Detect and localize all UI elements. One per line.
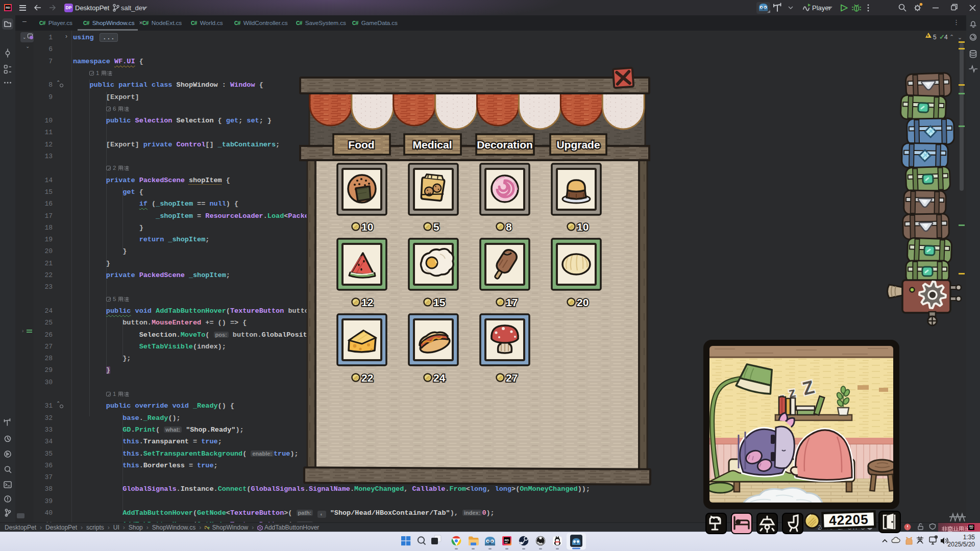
svg-text:Food: Food [348, 139, 374, 151]
svg-text:42205: 42205 [829, 512, 869, 529]
svg-text:17: 17 [506, 296, 518, 308]
svg-text:Upgrade: Upgrade [556, 139, 600, 151]
svg-text:Decoration: Decoration [477, 139, 533, 151]
svg-text:15: 15 [433, 296, 446, 308]
svg-text:8: 8 [506, 221, 512, 233]
svg-text:10: 10 [577, 221, 589, 233]
svg-text:20: 20 [577, 296, 589, 308]
svg-text:27: 27 [506, 372, 518, 384]
svg-text:12: 12 [361, 296, 373, 308]
svg-text:5: 5 [433, 221, 439, 233]
svg-text:24: 24 [433, 372, 446, 384]
svg-text:10: 10 [361, 221, 373, 233]
svg-text:Medical: Medical [412, 139, 452, 151]
svg-text:22: 22 [361, 372, 373, 384]
